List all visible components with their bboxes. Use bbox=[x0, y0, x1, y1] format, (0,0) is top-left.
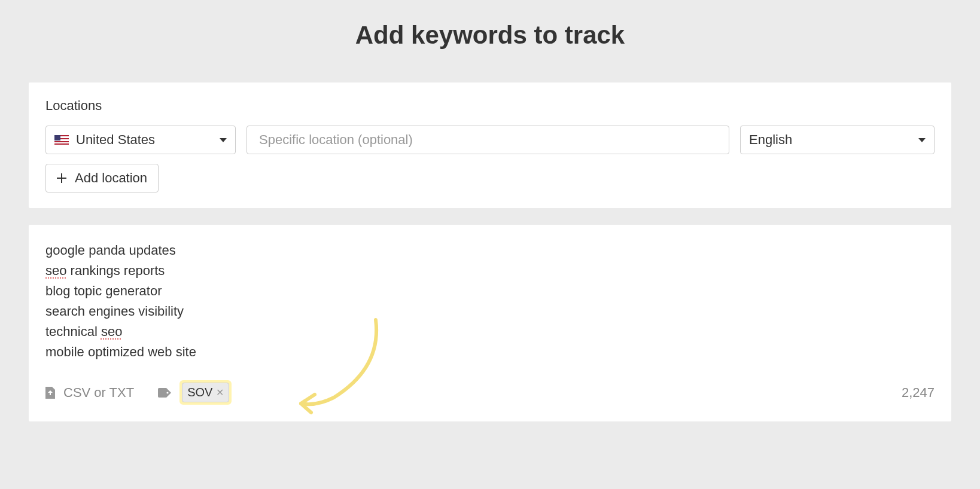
sov-chip-label: SOV bbox=[187, 386, 212, 399]
sov-chip-highlight: SOV ✕ bbox=[179, 380, 232, 405]
locations-row: United States English bbox=[45, 126, 935, 154]
language-select[interactable]: English bbox=[740, 126, 935, 154]
plus-icon bbox=[57, 173, 66, 183]
language-selected-label: English bbox=[749, 132, 792, 148]
keywords-counter: 2,247 bbox=[902, 385, 935, 401]
country-select[interactable]: United States bbox=[45, 126, 236, 154]
keywords-footer: CSV or TXT SOV ✕ 2,247 bbox=[45, 380, 935, 405]
chevron-down-icon bbox=[220, 138, 227, 142]
keywords-card: google panda updates seo rankings report… bbox=[29, 225, 951, 421]
specific-location-input[interactable] bbox=[246, 126, 729, 154]
locations-label: Locations bbox=[45, 98, 935, 114]
upload-label[interactable]: CSV or TXT bbox=[63, 385, 134, 401]
add-location-label: Add location bbox=[75, 170, 147, 186]
page-title: Add keywords to track bbox=[29, 21, 951, 50]
us-flag-icon bbox=[54, 135, 69, 145]
country-selected-label: United States bbox=[76, 132, 155, 148]
chevron-down-icon bbox=[918, 138, 926, 142]
keyword-line: technical seo bbox=[45, 322, 935, 342]
sov-tag-chip[interactable]: SOV ✕ bbox=[182, 383, 229, 402]
keywords-textarea[interactable]: google panda updates seo rankings report… bbox=[45, 240, 935, 362]
add-location-button[interactable]: Add location bbox=[45, 164, 159, 192]
keyword-line: mobile optimized web site bbox=[45, 342, 935, 362]
keyword-line: blog topic generator bbox=[45, 281, 935, 301]
locations-card: Locations United States English Add loca… bbox=[29, 82, 951, 208]
keyword-line: search engines visibility bbox=[45, 301, 935, 322]
upload-file-icon[interactable] bbox=[45, 387, 55, 399]
keyword-line: seo rankings reports bbox=[45, 261, 935, 281]
keyword-line: google panda updates bbox=[45, 240, 935, 261]
close-icon[interactable]: ✕ bbox=[216, 387, 224, 398]
tag-icon[interactable] bbox=[158, 388, 171, 398]
svg-point-0 bbox=[167, 392, 169, 393]
